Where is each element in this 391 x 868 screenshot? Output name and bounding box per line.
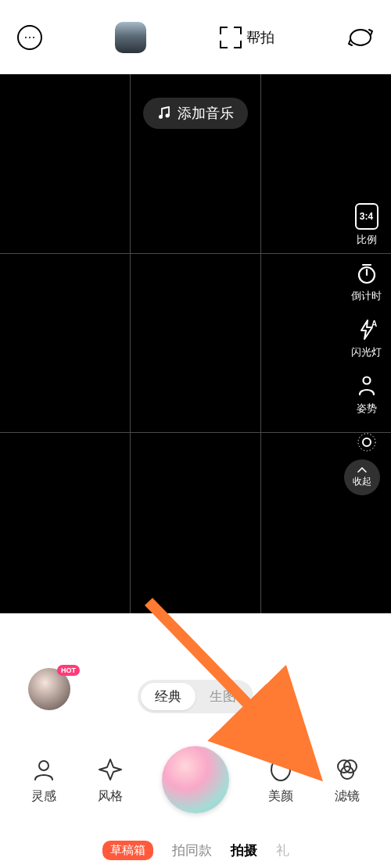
svg-point-10	[39, 761, 48, 770]
flash-icon: A	[354, 317, 379, 342]
grid-line	[130, 74, 131, 613]
flash-label: 闪光灯	[351, 345, 382, 359]
svg-text:A: A	[371, 320, 377, 328]
filter-label: 滤镜	[335, 788, 360, 805]
mode-switch[interactable]: 经典 生图	[138, 680, 253, 713]
gallery-thumb[interactable]	[115, 22, 146, 53]
ratio-icon: 3:4	[355, 203, 378, 230]
svg-point-7	[363, 377, 370, 384]
frame-icon	[220, 27, 242, 48]
timer-label: 倒计时	[351, 289, 382, 303]
ratio-label: 比例	[357, 233, 377, 247]
avatar-button[interactable]: HOT	[28, 668, 70, 710]
sparkle-ring-icon	[354, 430, 379, 455]
collapse-button[interactable]: 收起	[344, 459, 380, 495]
flash-button[interactable]: A 闪光灯	[351, 317, 382, 359]
switch-camera-button[interactable]	[347, 27, 374, 48]
grid-line	[260, 74, 261, 613]
pose-button[interactable]: 姿势	[354, 373, 379, 416]
timer-button[interactable]: 倒计时	[351, 261, 382, 303]
filter-button[interactable]: 滤镜	[333, 755, 361, 805]
inspire-button[interactable]: 灵感	[30, 755, 58, 805]
aspect-ratio-button[interactable]: 3:4 比例	[355, 203, 378, 247]
grid-line	[0, 253, 391, 254]
menu-dots-button[interactable]	[17, 25, 42, 50]
face-icon	[267, 755, 295, 784]
timer-icon	[354, 261, 379, 286]
music-icon	[157, 106, 171, 120]
mode-classic[interactable]: 经典	[141, 683, 196, 710]
svg-point-8	[358, 434, 375, 451]
chevron-up-icon	[357, 467, 367, 473]
grid-line	[0, 432, 391, 433]
svg-point-9	[363, 438, 371, 446]
pose-label: 姿势	[357, 402, 377, 416]
style-label: 风格	[98, 788, 123, 805]
tab-extra[interactable]: 礼	[276, 841, 289, 859]
add-music-button[interactable]: 添加音乐	[143, 98, 248, 129]
bottom-tabs: 草稿箱 拍同款 拍摄 礼	[0, 841, 391, 860]
tab-same[interactable]: 拍同款	[172, 841, 212, 859]
camera-viewfinder[interactable]: 添加音乐 3:4 比例 倒计时 A 闪光灯	[0, 74, 391, 613]
hot-badge: HOT	[57, 665, 80, 676]
svg-point-1	[166, 114, 170, 118]
beauty-label: 美颜	[268, 788, 293, 805]
beauty-button[interactable]: 美颜	[267, 755, 295, 805]
add-music-label: 添加音乐	[178, 104, 234, 123]
mode-generate[interactable]: 生图	[196, 683, 250, 710]
collapse-label: 收起	[353, 475, 371, 488]
tab-shoot[interactable]: 拍摄	[231, 841, 257, 859]
switch-camera-icon	[347, 27, 374, 48]
extra-button[interactable]	[354, 430, 379, 455]
filter-icon	[333, 755, 361, 784]
assist-label: 帮拍	[246, 28, 274, 47]
person-icon	[30, 755, 58, 784]
style-button[interactable]: 风格	[96, 755, 124, 805]
shutter-button[interactable]	[162, 746, 229, 813]
assist-shoot-button[interactable]: 帮拍	[220, 27, 274, 48]
pose-icon	[354, 373, 379, 398]
sparkle-icon	[96, 755, 124, 784]
tab-draft[interactable]: 草稿箱	[102, 841, 153, 860]
inspire-label: 灵感	[31, 788, 56, 805]
